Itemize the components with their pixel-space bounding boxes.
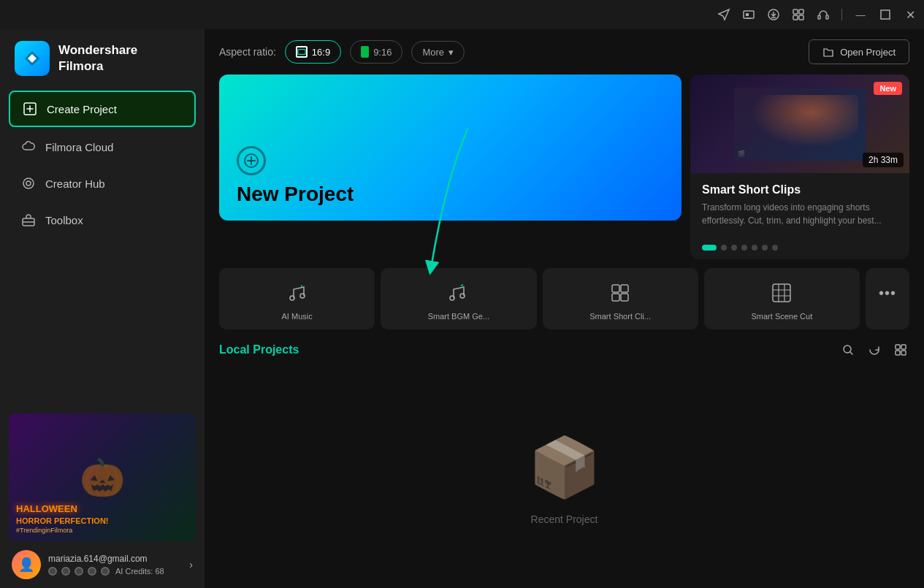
action-smart-bgm[interactable]: Smart BGM Ge...: [381, 268, 536, 329]
creator-hub-icon: [20, 175, 37, 191]
aspect-ratio-label: Aspect ratio:: [219, 46, 276, 58]
close-button[interactable]: ✕: [904, 8, 917, 21]
new-project-plus-icon: [237, 146, 266, 175]
main-layout: Wondershare Filmora Create Project: [0, 29, 924, 588]
svg-rect-5: [793, 15, 798, 20]
svg-rect-23: [621, 294, 628, 301]
search-icon[interactable]: [839, 341, 857, 359]
titlebar-divider: [841, 9, 842, 20]
banner-content: 🎃 HALLOWEEN HORROR PERFECTION! #Trending…: [9, 413, 196, 541]
svg-rect-7: [818, 15, 820, 19]
feature-image: 🎬 New 2h 33m: [690, 75, 909, 173]
smart-short-icon: [607, 280, 633, 306]
feature-description: Transform long videos into engaging shor…: [702, 201, 898, 227]
aspect-16-9-label: 16:9: [312, 47, 330, 58]
quick-actions-wrapper: AI Music Smart BGM Ge...: [205, 268, 924, 341]
new-project-card[interactable]: New Project: [219, 75, 681, 221]
svg-point-11: [23, 178, 34, 188]
action-ai-music[interactable]: AI Music: [219, 268, 375, 329]
chevron-down-icon: ▾: [448, 47, 454, 58]
new-project-title: New Project: [237, 183, 664, 206]
action-label: Smart Short Cli...: [550, 312, 691, 321]
credit-dot-1: [48, 567, 57, 576]
logo-icon: [15, 41, 50, 76]
svg-rect-27: [901, 345, 906, 349]
carousel-dot-6[interactable]: [762, 245, 768, 251]
aspect-9-16-button[interactable]: 9:16: [350, 40, 402, 64]
more-aspect-button[interactable]: More ▾: [411, 41, 465, 64]
sidebar-item-toolbox[interactable]: Toolbox: [9, 203, 196, 237]
carousel-dot-3[interactable]: [731, 245, 737, 251]
toolbox-icon: [20, 212, 37, 228]
credit-dot-5: [101, 567, 110, 576]
titlebar: — ✕: [0, 0, 924, 29]
aspect-9-16-label: 9:16: [373, 47, 392, 58]
refresh-icon[interactable]: [866, 341, 883, 359]
action-smart-scene[interactable]: Smart Scene Cut: [704, 268, 860, 329]
action-label: Smart BGM Ge...: [388, 312, 529, 321]
sidebar-item-create-project[interactable]: Create Project: [9, 91, 196, 127]
aspect-16-9-button[interactable]: 16:9: [285, 40, 341, 64]
svg-rect-9: [881, 10, 890, 19]
duration-badge: 2h 33m: [863, 153, 904, 167]
section-actions: [839, 341, 909, 359]
svg-rect-14: [298, 50, 305, 55]
topbar: Aspect ratio: 16:9 9:16 More ▾: [205, 29, 924, 75]
svg-rect-24: [773, 284, 790, 302]
more-label: More: [422, 47, 444, 58]
smart-scene-icon: [768, 280, 795, 306]
sidebar-item-filmora-cloud[interactable]: Filmora Cloud: [9, 130, 196, 164]
banner-title: HALLOWEEN: [16, 503, 109, 515]
download-icon[interactable]: [767, 8, 780, 21]
view-toggle-icon[interactable]: [892, 341, 909, 359]
create-project-icon: [22, 101, 38, 117]
sidebar: Wondershare Filmora Create Project: [0, 29, 205, 588]
sidebar-banner[interactable]: 🎃 HALLOWEEN HORROR PERFECTION! #Trending…: [9, 413, 196, 541]
avatar: 👤: [12, 550, 41, 579]
svg-rect-22: [612, 294, 619, 301]
credits-text: AI Credits: 68: [115, 567, 164, 576]
ai-music-icon: [284, 280, 310, 306]
app-logo: Wondershare Filmora: [0, 29, 205, 91]
banner-tag: #TrendinginFilmora: [16, 527, 109, 534]
action-more[interactable]: •••: [866, 268, 909, 329]
send-icon[interactable]: [717, 8, 730, 21]
sidebar-nav: Create Project Filmora Cloud: [0, 91, 205, 237]
local-projects-section: Local Projects: [205, 341, 924, 588]
carousel-dot-4[interactable]: [741, 245, 747, 251]
minimize-button[interactable]: —: [854, 8, 867, 21]
svg-rect-21: [621, 285, 628, 292]
open-project-button[interactable]: Open Project: [809, 39, 909, 64]
svg-rect-28: [896, 351, 900, 355]
more-dots-icon: •••: [874, 280, 901, 306]
credit-dot-4: [88, 567, 96, 576]
section-header: Local Projects: [219, 341, 909, 359]
sidebar-item-label: Create Project: [47, 103, 117, 115]
svg-rect-26: [896, 345, 900, 349]
user-info[interactable]: 👤 mariazia.614@gmail.com AI Credits: 68 …: [0, 541, 205, 588]
headset-icon[interactable]: [817, 8, 830, 21]
carousel-dot-7[interactable]: [772, 245, 778, 251]
smart-bgm-icon: [446, 280, 472, 306]
project-area: New Project 🎬 New 2h 33m: [205, 75, 924, 268]
empty-state: 📦 Recent Project: [219, 370, 909, 588]
portrait-icon: [361, 46, 369, 58]
new-badge: New: [874, 82, 902, 95]
carousel-dot-5[interactable]: [752, 245, 757, 251]
section-title: Local Projects: [219, 343, 299, 356]
user-details: mariazia.614@gmail.com AI Credits: 68: [48, 554, 182, 576]
svg-rect-20: [612, 285, 619, 292]
screen-icon[interactable]: [742, 8, 755, 21]
credit-dot-2: [61, 567, 70, 576]
sidebar-item-label: Filmora Cloud: [45, 141, 113, 153]
sidebar-item-creator-hub[interactable]: Creator Hub: [9, 167, 196, 200]
maximize-button[interactable]: [879, 8, 892, 21]
action-smart-short[interactable]: Smart Short Cli...: [543, 268, 698, 329]
content-area: Aspect ratio: 16:9 9:16 More ▾: [205, 29, 924, 588]
chevron-right-icon[interactable]: ›: [189, 559, 193, 570]
carousel-dot-1[interactable]: [702, 245, 717, 251]
carousel-dot-2[interactable]: [721, 245, 727, 251]
grid-icon[interactable]: [792, 8, 805, 21]
svg-rect-29: [901, 351, 906, 355]
svg-rect-8: [826, 15, 828, 19]
